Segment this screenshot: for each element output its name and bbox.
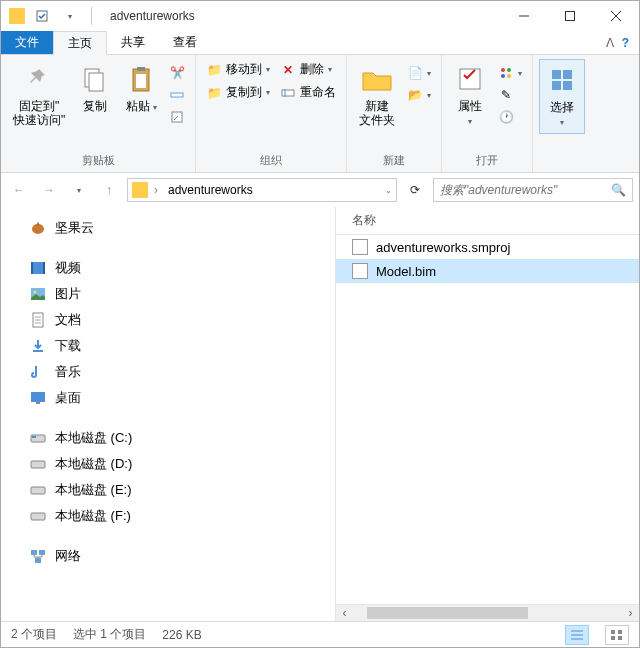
tree-item[interactable]: 图片 (1, 281, 335, 307)
svg-rect-8 (137, 67, 145, 71)
open-button[interactable]: ▾ (494, 63, 526, 83)
tab-view[interactable]: 查看 (159, 31, 211, 54)
move-to-button[interactable]: 📁移动到 ▾ (202, 59, 274, 80)
svg-point-18 (507, 74, 511, 78)
tree-item[interactable]: 视频 (1, 255, 335, 281)
svg-rect-39 (31, 487, 45, 494)
doc-icon (29, 311, 47, 329)
address-dropdown-icon[interactable]: ⌄ (385, 186, 392, 195)
tree-label: 音乐 (55, 363, 81, 381)
copy-to-button[interactable]: 📁复制到 ▾ (202, 82, 274, 103)
select-button[interactable]: 选择▾ (539, 59, 585, 134)
svg-rect-41 (31, 550, 37, 555)
ribbon-collapse-icon[interactable]: ᐱ (606, 36, 614, 50)
pin-quickaccess-button[interactable]: 固定到" 快速访问" (7, 59, 71, 132)
image-icon (29, 285, 47, 303)
svg-point-28 (34, 291, 37, 294)
nav-history-button[interactable]: ▾ (67, 178, 91, 202)
group-organize-label: 组织 (202, 151, 340, 170)
tree-label: 本地磁盘 (F:) (55, 507, 131, 525)
properties-icon (454, 63, 486, 95)
view-details-button[interactable] (565, 625, 589, 645)
tree-label: 本地磁盘 (C:) (55, 429, 132, 447)
nav-up-button[interactable]: ↑ (97, 178, 121, 202)
delete-button[interactable]: ✕删除 ▾ (276, 59, 340, 80)
tree-item[interactable]: 音乐 (1, 359, 335, 385)
scroll-left-icon[interactable]: ‹ (336, 605, 353, 622)
tree-label: 下载 (55, 337, 81, 355)
minimize-button[interactable] (501, 1, 547, 31)
file-row[interactable]: adventureworks.smproj (336, 235, 639, 259)
file-icon (352, 239, 368, 255)
open-icon (498, 65, 514, 81)
maximize-button[interactable] (547, 1, 593, 31)
svg-rect-14 (460, 69, 480, 89)
tree-item[interactable]: 坚果云 (1, 215, 335, 241)
new-folder-button[interactable]: 新建 文件夹 (353, 59, 401, 132)
new-item-button[interactable]: 📄▾ (403, 63, 435, 83)
address-bar[interactable]: › adventureworks ⌄ (127, 178, 397, 202)
file-name: adventureworks.smproj (376, 240, 510, 255)
tree-item-network[interactable]: 网络 (1, 543, 335, 569)
copyto-icon: 📁 (206, 85, 222, 101)
tab-share[interactable]: 共享 (107, 31, 159, 54)
refresh-button[interactable]: ⟳ (403, 178, 427, 202)
svg-rect-49 (611, 636, 615, 640)
edit-button[interactable]: ✎ (494, 85, 526, 105)
ribbon: 固定到" 快速访问" 复制 粘贴 ▾ ✂️ 剪贴板 (1, 55, 639, 173)
svg-rect-42 (39, 550, 45, 555)
search-input[interactable] (440, 183, 611, 197)
properties-button[interactable]: 属性▾ (448, 59, 492, 132)
tree-item[interactable]: 文档 (1, 307, 335, 333)
svg-point-16 (507, 68, 511, 72)
svg-rect-12 (282, 90, 294, 96)
svg-rect-22 (563, 81, 572, 90)
help-icon[interactable]: ? (622, 36, 629, 50)
tree-item[interactable]: 桌面 (1, 385, 335, 411)
paste-button[interactable]: 粘贴 ▾ (119, 59, 163, 117)
search-icon[interactable]: 🔍 (611, 183, 626, 197)
titlebar: ▾ adventureworks (1, 1, 639, 31)
qat-dropdown[interactable]: ▾ (59, 5, 81, 27)
easy-access-button[interactable]: 📂▾ (403, 85, 435, 105)
ribbon-tabs: 文件 主页 共享 查看 ᐱ ? (1, 31, 639, 55)
svg-rect-26 (43, 262, 45, 274)
path-icon (169, 87, 185, 103)
copy-path-button[interactable] (165, 85, 189, 105)
tab-file[interactable]: 文件 (1, 31, 53, 54)
file-list[interactable]: adventureworks.smprojModel.bim (336, 235, 639, 604)
group-new-label: 新建 (353, 151, 435, 170)
new-folder-icon (361, 63, 393, 95)
tree-item[interactable]: 本地磁盘 (F:) (1, 503, 335, 529)
breadcrumb[interactable]: adventureworks (164, 183, 257, 197)
horizontal-scrollbar[interactable]: ‹ › (336, 604, 639, 621)
search-box[interactable]: 🔍 (433, 178, 633, 202)
sidebar: 坚果云视频图片文档下载音乐桌面本地磁盘 (C:)本地磁盘 (D:)本地磁盘 (E… (1, 207, 336, 621)
cut-button[interactable]: ✂️ (165, 63, 189, 83)
tree-item[interactable]: 本地磁盘 (D:) (1, 451, 335, 477)
status-size: 226 KB (162, 628, 201, 642)
tree-item[interactable]: 本地磁盘 (E:) (1, 477, 335, 503)
tree-item[interactable]: 下载 (1, 333, 335, 359)
tab-home[interactable]: 主页 (53, 31, 107, 55)
new-item-icon: 📄 (407, 65, 423, 81)
svg-rect-19 (552, 70, 561, 79)
pin-icon (23, 63, 55, 95)
view-icons-button[interactable] (605, 625, 629, 645)
qat-properties[interactable] (31, 5, 53, 27)
copy-button[interactable]: 复制 (73, 59, 117, 117)
network-icon (29, 547, 47, 565)
column-header-name[interactable]: 名称 (336, 207, 639, 235)
nav-back-button[interactable]: ← (7, 178, 31, 202)
file-row[interactable]: Model.bim (336, 259, 639, 283)
rename-button[interactable]: 重命名 (276, 82, 340, 103)
history-button[interactable]: 🕐 (494, 107, 526, 127)
file-icon (352, 263, 368, 279)
svg-rect-48 (618, 630, 622, 634)
scroll-right-icon[interactable]: › (622, 605, 639, 622)
paste-shortcut-button[interactable] (165, 107, 189, 127)
svg-rect-6 (89, 73, 103, 91)
close-button[interactable] (593, 1, 639, 31)
nav-forward-button[interactable]: → (37, 178, 61, 202)
tree-item[interactable]: 本地磁盘 (C:) (1, 425, 335, 451)
